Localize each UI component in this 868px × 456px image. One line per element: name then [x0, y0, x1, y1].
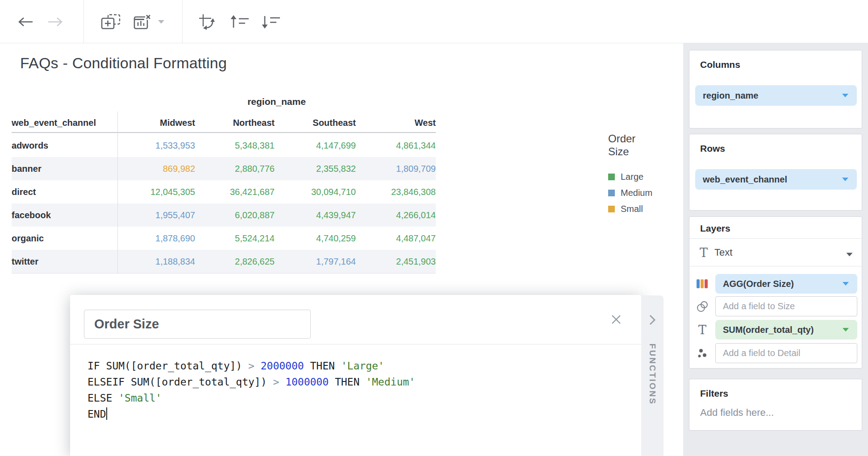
row-label: direct: [12, 187, 117, 197]
page-title: FAQs - Conditional Formatting: [20, 54, 227, 72]
legend-swatch: [608, 174, 615, 180]
back-icon[interactable]: [15, 0, 36, 43]
table-cell: 2,826,625: [195, 257, 275, 267]
chevron-down-icon[interactable]: [842, 282, 849, 286]
table-row: banner869,9822,880,7762,355,8321,809,709: [12, 157, 436, 180]
code-line: END: [88, 406, 632, 422]
divider: [689, 238, 862, 239]
table-row: twitter1,188,8342,826,6251,797,1642,451,…: [12, 250, 436, 273]
table-row: adwords1,533,9535,348,3814,147,6994,861,…: [12, 134, 436, 157]
table-bottom-border: [12, 273, 436, 274]
functions-tab[interactable]: FUNCTIONS: [641, 295, 664, 456]
column-header: Midwest: [117, 118, 195, 128]
legend: Order Size LargeMediumSmall: [608, 132, 662, 217]
detail-field-placeholder: Add a field to Detail: [723, 348, 800, 358]
row-label: adwords: [12, 141, 117, 151]
size-field-placeholder: Add a field to Size: [723, 301, 795, 311]
table-cell: 4,487,047: [356, 233, 436, 244]
color-layer-icon: [693, 274, 711, 294]
rows-card-title: Rows: [700, 143, 725, 154]
table-cell: 2,451,903: [356, 257, 436, 267]
close-icon[interactable]: [606, 310, 626, 329]
chevron-right-icon[interactable]: [648, 314, 657, 327]
table-cell: 1,533,953: [117, 141, 195, 151]
column-header: Southeast: [275, 118, 356, 128]
legend-item: Small: [608, 201, 662, 217]
table-column-divider: [117, 112, 118, 273]
formula-name-input[interactable]: [84, 310, 311, 339]
chevron-down-icon[interactable]: [842, 177, 849, 182]
legend-title: Order Size: [608, 132, 646, 158]
code-line: ELSE 'Small': [88, 390, 632, 406]
table-cell: 23,846,308: [356, 187, 436, 197]
table-row: organic1,878,6905,524,2144,740,2594,487,…: [12, 227, 436, 250]
chevron-down-icon[interactable]: [155, 0, 167, 43]
table-cell: 1,955,407: [117, 210, 195, 220]
remove-chart-icon[interactable]: [131, 0, 154, 43]
filters-card: Filters Add fields here...: [689, 379, 862, 431]
table-cell: 5,348,381: [195, 141, 275, 151]
toolbar: [0, 0, 868, 43]
functions-tab-label: FUNCTIONS: [647, 344, 657, 405]
sort-ascending-icon[interactable]: [228, 0, 251, 43]
sort-descending-icon[interactable]: [259, 0, 282, 43]
color-field-label: AGG(Order Size): [723, 279, 842, 289]
table-cell: 1,878,690: [117, 233, 195, 244]
legend-swatch: [608, 206, 615, 212]
table-cell: 4,740,259: [275, 233, 356, 244]
text-field-pill[interactable]: SUM(order_total_qty): [715, 320, 857, 340]
row-dimension-header: web_event_channel: [12, 118, 117, 128]
formula-code-editor[interactable]: IF SUM([order_total_qty]) > 2000000 THEN…: [88, 358, 632, 422]
code-line: ELSEIF SUM([order_total_qty]) > 1000000 …: [88, 374, 632, 390]
text-field-label: SUM(order_total_qty): [723, 325, 842, 335]
legend-label: Large: [621, 172, 643, 182]
chevron-down-icon[interactable]: [846, 250, 853, 258]
table-body: adwords1,533,9535,348,3814,147,6994,861,…: [12, 134, 436, 273]
layers-card-title: Layers: [700, 223, 730, 234]
code-line: IF SUM([order_total_qty]) > 2000000 THEN…: [88, 358, 632, 374]
divider: [689, 266, 862, 266]
legend-swatch: [608, 190, 615, 196]
row-label: organic: [12, 233, 117, 244]
layers-card: Layers T Text AGG(Order Size): [689, 216, 862, 369]
table-cell: 6,020,887: [195, 210, 275, 220]
settings-panel: Columns region_name Rows web_event_chann…: [683, 43, 868, 456]
row-label: twitter: [12, 257, 117, 267]
detail-layer-icon: [693, 343, 711, 363]
table-cell: 5,524,214: [195, 233, 275, 244]
add-chart-icon[interactable]: [99, 0, 122, 43]
text-layer-icon: T: [695, 239, 713, 266]
formula-editor-header: [70, 295, 641, 344]
table-cell: 30,094,710: [275, 187, 356, 197]
filters-card-title: Filters: [700, 388, 728, 399]
table-cell: 4,439,947: [275, 210, 356, 220]
column-header: West: [356, 118, 436, 128]
swap-axes-icon[interactable]: [196, 0, 218, 43]
chevron-down-icon[interactable]: [842, 93, 849, 98]
legend-label: Small: [621, 204, 643, 214]
color-field-pill[interactable]: AGG(Order Size): [715, 274, 857, 294]
table-cell: 4,266,014: [356, 210, 436, 220]
forward-icon[interactable]: [45, 0, 66, 43]
table-cell: 1,797,164: [275, 257, 356, 267]
chevron-down-icon[interactable]: [842, 327, 849, 332]
legend-item: Large: [608, 169, 662, 185]
table-row: direct12,045,30536,421,68730,094,71023,8…: [12, 180, 436, 203]
size-field-input[interactable]: Add a field to Size: [715, 296, 857, 316]
formula-editor-dialog: IF SUM([order_total_qty]) > 2000000 THEN…: [70, 295, 641, 456]
table-cell: 869,982: [117, 164, 195, 174]
filters-drop-zone[interactable]: Add fields here...: [700, 407, 774, 419]
table-cell: 2,355,832: [275, 164, 356, 174]
detail-field-input[interactable]: Add a field to Detail: [715, 343, 857, 363]
layer-type-label: Text: [714, 239, 732, 266]
table-row: facebook1,955,4076,020,8874,439,9474,266…: [12, 203, 436, 227]
columns-field-pill[interactable]: region_name: [695, 85, 857, 106]
text-field-icon: T: [693, 320, 711, 340]
table-cell: 4,861,344: [356, 141, 436, 151]
row-label: banner: [12, 164, 117, 174]
rows-field-pill[interactable]: web_event_channel: [695, 169, 857, 190]
column-header: Northeast: [195, 118, 275, 128]
table-cell: 36,421,687: [195, 187, 275, 197]
table-cell: 1,188,834: [117, 257, 195, 267]
column-group-label: region_name: [117, 96, 436, 107]
